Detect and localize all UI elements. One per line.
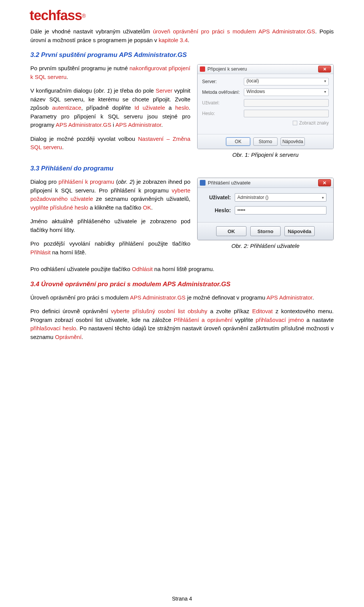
text: Úroveň oprávnění pro práci s modulem [30,294,130,301]
text-red: Editovat [252,308,273,314]
text-red: Odhlásit [132,266,153,272]
text-red: kapitole 3.4 [159,37,188,43]
text: . [82,334,83,340]
text: na horní liště. [50,249,86,255]
text-red: APS Administrator [267,294,312,301]
text: ( [114,178,118,185]
text-red: přihlašovací jméno [256,317,304,323]
text-red: APS Administrator [115,121,161,128]
s32-p1: Po prvním spuštění programu je nutné nak… [30,64,190,81]
text: . [151,204,153,211]
section-3-3-heading: 3.3 Přihlášení do programu [30,165,334,172]
login-dialog: Přihlášení uživatele ✕ Uživatel: Adminis… [197,178,334,240]
text: Dialog pro [30,178,58,185]
cancel-button[interactable]: Storno [250,226,281,236]
text-red: APS Administrator.GS [56,121,111,128]
app-icon [200,180,206,186]
text: V konfiguračním dialogu ( [30,87,96,94]
text: a zvolte příkaz [207,308,252,314]
text-red: Server [155,87,172,94]
s33-p3: Pro pozdější vyvolání nabídky přihlášení… [30,240,190,257]
text: ze seznamu oprávněných uživatelů, [93,196,190,202]
section-3-2-heading: 3.2 První spuštění programu APS Administ… [30,51,334,59]
user-input[interactable] [244,99,329,107]
text: ) je třeba do pole [110,87,155,94]
server-select[interactable]: (local) [244,78,329,85]
text-red: APS Administrator.GS [130,294,186,301]
help-button[interactable]: Nápověda [281,137,305,146]
figure-2-caption: Obr. 2: Přihlášení uživatele [197,243,334,249]
app-icon [200,66,205,72]
text: Pro definici úrovně oprávnění [30,308,111,314]
text: a klikněte na tlačítko [88,204,143,211]
text: je možné definovat v programu [185,294,266,301]
logo: techfass® [30,8,334,24]
text-red: vyplňte příslušné heslo [30,204,88,211]
text-red: úroveň oprávnění pro práci s modulem APS… [153,28,315,35]
close-icon: ✕ [323,180,326,186]
s33-p4: Pro odhlášení uživatele použijte tlačítk… [30,265,334,274]
dialog-title: Připojení k serveru [207,66,316,72]
password-input[interactable] [244,110,329,117]
text: . [161,121,163,128]
text-red: Přihlásit [30,249,50,255]
text-red: přihlášení k programu [58,178,114,185]
user-value: Administrator () [237,195,268,200]
figure-1-caption: Obr. 1: Připojení k serveru [197,151,334,158]
s34-p2: Pro definici úrovně oprávnění vyberte př… [30,307,334,341]
s33-p1: Dialog pro přihlášení k programu (obr. 2… [30,178,190,212]
user-label: Uživatel: [204,194,231,200]
text-red: vyberte příslušný osobní list obsluhy [111,308,207,314]
text: . [66,74,68,80]
password-label: Heslo: [204,207,231,213]
text: Dialog je možné později vyvolat volbou [30,136,138,142]
s32-p2: V konfiguračním dialogu (obr. 1) je třeb… [30,87,190,129]
s32-p3: Dialog je možné později vyvolat volbou N… [30,135,190,152]
server-label: Server: [202,79,240,84]
text: a nastavte [304,317,334,323]
logo-text: techfass [30,8,82,23]
intro-paragraph: Dále je vhodné nastavit vybraným uživate… [30,27,334,44]
password-value: ••••• [237,208,245,213]
text: vyplňte [232,317,256,323]
page-footer: Strana 4 [0,596,364,602]
dialog-titlebar: Připojení k serveru ✕ [198,65,333,74]
user-label: Uživatel: [202,100,240,106]
text: obr. 1 [96,87,110,94]
text: Dále je vhodné nastavit vybraným uživate… [30,28,153,35]
close-button[interactable]: ✕ [318,179,331,186]
text: . [188,37,189,43]
ok-button[interactable]: OK [226,137,250,146]
text: Po prvním spuštění programu je nutné [30,65,130,71]
server-value: (local) [246,78,259,84]
cancel-button[interactable]: Storno [253,137,278,146]
user-select[interactable]: Administrator () [235,193,326,202]
close-button[interactable]: ✕ [318,66,331,73]
section-3-4-heading: 3.4 Úrovně oprávnění pro práci s modulem… [30,281,334,288]
text-red: OK [143,204,151,211]
logo-reg: ® [82,13,86,19]
text: obr. 2 [118,178,133,185]
text-red: Id uživatele [134,104,165,111]
dialog-title: Přihlášení uživatele [208,180,316,186]
s34-p1: Úroveň oprávnění pro práci s modulem APS… [30,293,334,302]
auth-value: Windows [246,89,265,94]
close-icon: ✕ [323,67,326,72]
text: a [165,104,175,111]
show-chars-checkbox[interactable] [293,121,297,125]
text: . [312,294,314,301]
text: i [111,121,115,128]
text: na horní liště programu. [153,266,215,272]
connection-dialog: Připojení k serveru ✕ Server: (local) Me… [197,64,334,149]
auth-label: Metoda ověřování: [202,90,240,95]
text-red: Oprávnění [55,334,82,340]
password-input[interactable]: ••••• [235,206,326,214]
ok-button[interactable]: OK [216,226,246,236]
text: Pro pozdější vyvolání nabídky přihlášení… [30,240,190,247]
help-button[interactable]: Nápověda [284,226,315,236]
password-label: Heslo: [202,111,240,116]
auth-select[interactable]: Windows [244,88,329,96]
text-red: přihlašovací heslo [30,325,76,331]
dialog-titlebar: Přihlášení uživatele ✕ [198,178,333,188]
text-red: Přihlášení a oprávnění [174,317,232,323]
